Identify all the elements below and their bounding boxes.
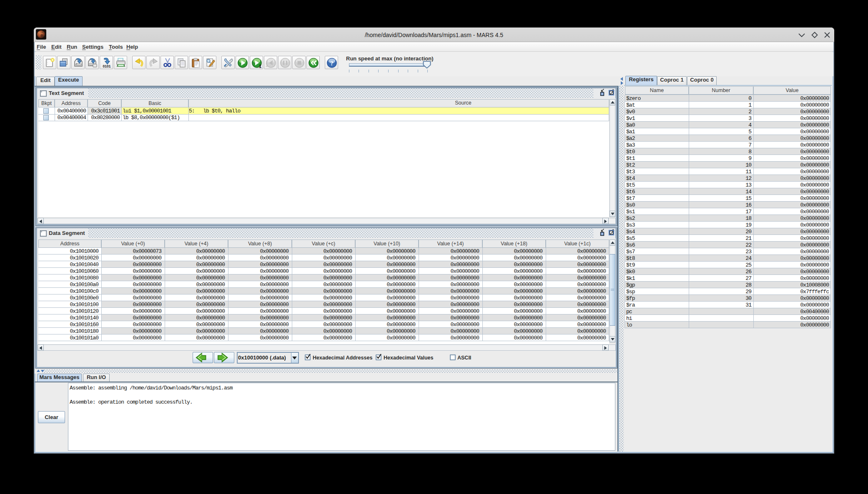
svg-text:1: 1 — [259, 64, 261, 68]
svg-text:0101: 0101 — [103, 64, 111, 68]
svg-text:1: 1 — [266, 62, 268, 67]
svg-text:?: ? — [330, 60, 334, 67]
